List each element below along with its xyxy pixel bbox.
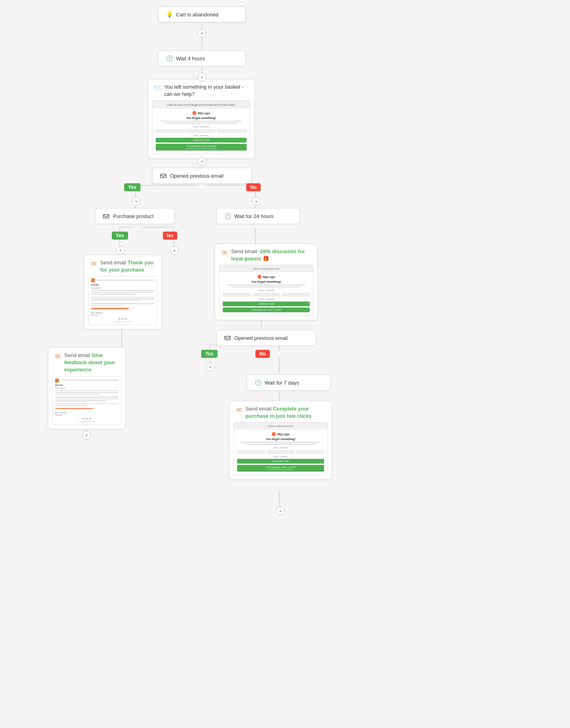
node-email-loyalty[interactable]: ✉ Send email -20% discounts for loyal gu…	[215, 244, 318, 320]
email-thankyou-header: ✉ Send email Thank you for your purchase	[84, 255, 161, 276]
email-complete-header: ✉ Send email Complete your purchase in j…	[230, 401, 332, 422]
email-loyalty-preview: Click to edit preview text MyLogo You fo…	[219, 265, 313, 316]
mini-table-basket	[156, 129, 247, 133]
node-opened-email-1-label: Opened previous email	[170, 173, 224, 179]
add-btn-3[interactable]: +	[198, 157, 206, 166]
branch-no-1[interactable]: No	[246, 183, 261, 191]
workflow-canvas: 💡 Cart is abandoned + 🕐 Wait 4 hours + ✉…	[0, 0, 570, 728]
mini-trans-thankyou: Sender Dear client, Best regards, Thomas	[89, 276, 157, 325]
condition-icon-3	[224, 334, 231, 341]
email-thankyou-title: Send email Thank you for your purchase	[100, 259, 156, 274]
add-btn-5[interactable]: +	[252, 197, 261, 206]
condition-icon-2	[103, 212, 110, 220]
node-wait-4h[interactable]: 🕐 Wait 4 hours	[158, 50, 246, 66]
email-loyalty-title: Send email -20% discounts for loyal gues…	[231, 248, 312, 262]
email-feedback-preview: Sender Dear client, Best regards, Thomas	[52, 376, 121, 425]
node-purchase-product[interactable]: Purchase product	[95, 208, 175, 224]
branch-no-3[interactable]: No	[255, 350, 270, 358]
svg-rect-34	[225, 336, 230, 340]
node-purchase-product-label: Purchase product	[113, 213, 154, 219]
branch-yes-1[interactable]: Yes	[124, 183, 141, 191]
node-wait-4h-label: Wait 4 hours	[176, 56, 205, 61]
mini-trans-feedback: Sender Dear client, Best regards, Thomas	[53, 377, 121, 425]
email-feedback-header: ✉ Send email Give feedback about your ex…	[48, 348, 125, 376]
clock-icon-2: 🕐	[224, 212, 231, 220]
preview-header-text: Click to edit or to change the preview t…	[167, 103, 235, 106]
add-btn-8[interactable]: +	[82, 431, 91, 440]
email-complete-title: Send email Complete your purchase in jus…	[245, 405, 326, 420]
email-icon-1: ✉️	[154, 84, 161, 91]
clock-icon-1: 🕐	[166, 55, 173, 62]
svg-rect-33	[103, 214, 109, 218]
mini-logo-basket: MyLogo	[156, 111, 247, 115]
email-complete-preview: Click to edit preview text MyLogo You fo…	[234, 422, 328, 475]
trigger-icon: 💡	[166, 11, 173, 18]
mini-email-complete: MyLogo You forgot something! {cart_conte…	[234, 430, 327, 475]
mini-banner-basket: Free shipping for orders over $50 Lorem …	[156, 144, 247, 151]
mini-email-basket: MyLogo You forgot something! {cart_conte…	[152, 109, 250, 154]
node-opened-email-1[interactable]: Opened previous email	[152, 168, 252, 184]
email-feedback-title: Send email Give feedback about your expe…	[64, 352, 120, 374]
node-wait-24h-label: Wait for 24 hours	[234, 213, 274, 219]
add-btn-7[interactable]: +	[170, 246, 179, 255]
email-icon-4: ✉	[54, 353, 61, 360]
cart-content-placeholder: {cart_content}	[156, 125, 247, 128]
add-btn-2[interactable]: +	[198, 73, 206, 81]
email-basket-preview: Click to edit or to change the preview t…	[152, 100, 250, 154]
email-loyalty-header: ✉ Send email -20% discounts for loyal gu…	[215, 244, 317, 265]
email-basket-title: You left something in your basket - can …	[164, 83, 249, 98]
email-icon-2: ✉	[90, 260, 97, 267]
node-opened-email-2[interactable]: Opened previous email	[216, 330, 316, 346]
node-email-complete[interactable]: ✉ Send email Complete your purchase in j…	[229, 401, 332, 480]
add-btn-9[interactable]: +	[206, 363, 215, 371]
mini-email-loyalty: MyLogo You forgot something! {cart_conte…	[220, 272, 313, 315]
branch-yes-2[interactable]: Yes	[112, 232, 128, 240]
branch-no-2[interactable]: No	[163, 232, 177, 240]
add-btn-1[interactable]: +	[198, 29, 206, 38]
node-email-thankyou[interactable]: ✉ Send email Thank you for your purchase…	[84, 255, 162, 329]
node-opened-email-2-label: Opened previous email	[234, 335, 288, 341]
email-basket-header: ✉️ You left something in your basket - c…	[148, 79, 254, 100]
clock-icon-3: 🕐	[254, 379, 261, 386]
cart-content-placeholder-2: {cart_content}	[156, 134, 247, 137]
email-icon-3: ✉	[221, 249, 228, 256]
node-email-feedback[interactable]: ✉ Send email Give feedback about your ex…	[48, 347, 126, 429]
add-btn-11[interactable]: +	[276, 506, 285, 515]
node-wait-7d-label: Wait for 7 days	[265, 380, 299, 386]
node-wait-24h[interactable]: 🕐 Wait for 24 hours	[216, 208, 300, 224]
email-thankyou-preview: Sender Dear client, Best regards, Thomas	[88, 276, 157, 325]
node-cart-abandoned[interactable]: 💡 Cart is abandoned	[158, 6, 246, 22]
svg-rect-32	[160, 174, 166, 178]
condition-icon-1	[160, 172, 167, 179]
node-wait-7d[interactable]: 🕐 Wait for 7 days	[247, 375, 331, 391]
branch-yes-3[interactable]: Yes	[201, 350, 218, 358]
node-cart-abandoned-label: Cart is abandoned	[176, 12, 218, 18]
add-btn-4[interactable]: +	[132, 197, 141, 206]
add-btn-6[interactable]: +	[116, 246, 125, 255]
email-icon-5: ✉	[235, 406, 242, 413]
node-email-basket[interactable]: ✉️ You left something in your basket - c…	[148, 79, 255, 159]
